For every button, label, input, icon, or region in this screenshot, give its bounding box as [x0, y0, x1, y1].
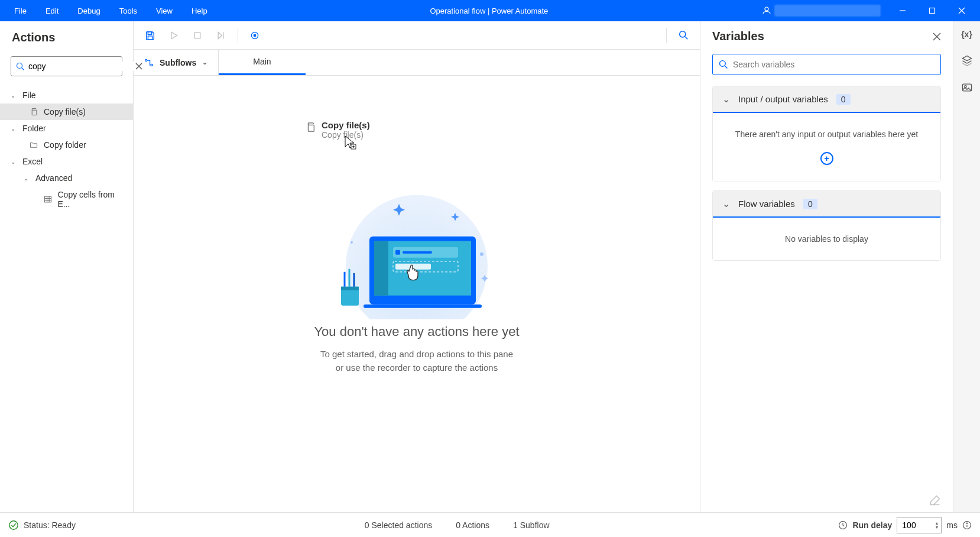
svg-point-44 — [480, 253, 483, 256]
status-ok-icon — [8, 520, 19, 530]
menu-view[interactable]: View — [147, 2, 182, 20]
stop-button[interactable] — [188, 26, 207, 45]
svg-point-21 — [679, 31, 685, 37]
svg-point-48 — [720, 61, 726, 67]
folder-icon — [30, 141, 39, 149]
menu-edit[interactable]: Edit — [36, 2, 68, 20]
flow-count-badge: 0 — [803, 199, 817, 209]
flow-empty-text: No variables to display — [722, 234, 931, 244]
chevron-down-icon: ⌄ — [722, 93, 730, 105]
svg-point-24 — [151, 64, 152, 66]
variables-rail-button[interactable]: {x} — [961, 30, 972, 39]
empty-text: To get started, drag and drop actions to… — [269, 348, 564, 374]
svg-point-23 — [145, 59, 147, 61]
images-rail-button[interactable] — [961, 82, 973, 93]
run-button[interactable] — [164, 26, 183, 45]
variables-search[interactable] — [712, 54, 941, 75]
copy-icon — [305, 122, 316, 132]
empty-illustration — [316, 183, 517, 319]
search-flow-button[interactable] — [674, 26, 693, 45]
flow-canvas[interactable]: Copy file(s) Copy file(s) — [134, 76, 700, 512]
svg-rect-38 — [364, 305, 482, 308]
chevron-down-icon: ⌄ — [11, 125, 18, 132]
svg-point-57 — [966, 523, 967, 523]
io-empty-text: There aren't any input or output variabl… — [722, 130, 931, 139]
tree-node-advanced[interactable]: ⌄Advanced — [0, 170, 133, 186]
step-button[interactable] — [212, 26, 231, 45]
svg-rect-15 — [148, 31, 151, 34]
svg-rect-10 — [44, 196, 51, 202]
tree-node-folder[interactable]: ⌄Folder — [0, 120, 133, 137]
svg-rect-35 — [403, 251, 432, 254]
actions-search[interactable] — [11, 56, 122, 76]
variables-search-input[interactable] — [728, 60, 934, 69]
copy-icon — [30, 108, 39, 116]
subflows-dropdown[interactable]: Subflows ⌄ — [134, 50, 219, 75]
account-icon[interactable] — [761, 5, 772, 16]
tree-node-copy-cells[interactable]: Copy cells from E... — [0, 186, 133, 212]
search-icon — [16, 62, 25, 71]
actions-title: Actions — [12, 31, 121, 44]
tab-main[interactable]: Main — [219, 50, 305, 75]
svg-point-0 — [765, 7, 768, 11]
window-title: Operational flow | Power Automate — [217, 7, 761, 15]
subflow-icon — [144, 58, 154, 67]
menu-help[interactable]: Help — [182, 2, 217, 20]
save-button[interactable] — [141, 26, 160, 45]
run-delay-label: Run delay — [852, 520, 892, 530]
run-delay-input[interactable]: ▲▼ — [897, 517, 942, 533]
svg-line-6 — [22, 67, 24, 70]
tree-node-copy-files[interactable]: Copy file(s) — [0, 103, 133, 120]
svg-point-53 — [9, 520, 18, 529]
subflows-count: 1 Subflow — [513, 520, 549, 530]
excel-icon — [44, 195, 53, 203]
status-bar: Status: Ready 0 Selected actions 0 Actio… — [0, 512, 980, 537]
selected-actions-count: 0 Selected actions — [365, 520, 432, 530]
svg-rect-2 — [930, 8, 935, 14]
io-variables-section: ⌄ Input / output variables 0 There aren'… — [712, 86, 941, 182]
delay-spinner[interactable]: ▲▼ — [934, 521, 939, 529]
svg-line-49 — [725, 66, 727, 68]
minimize-button[interactable] — [889, 0, 916, 21]
chevron-down-icon: ⌄ — [24, 175, 31, 182]
svg-line-22 — [685, 37, 687, 39]
title-bar: File Edit Debug Tools View Help Operatio… — [0, 0, 980, 21]
menu-debug[interactable]: Debug — [68, 2, 109, 20]
tree-node-excel[interactable]: ⌄Excel — [0, 153, 133, 170]
run-delay-field[interactable] — [902, 520, 926, 530]
account-label — [774, 5, 881, 17]
close-button[interactable] — [948, 0, 975, 21]
menu-file[interactable]: File — [5, 2, 36, 20]
right-rail: {x} — [953, 21, 980, 512]
svg-rect-32 — [374, 241, 388, 296]
info-icon[interactable] — [962, 520, 972, 530]
designer-toolbar — [134, 21, 700, 50]
add-io-variable-button[interactable]: + — [820, 152, 833, 165]
status-text: Status: Ready — [24, 520, 76, 530]
tree-node-copy-folder[interactable]: Copy folder — [0, 137, 133, 153]
chevron-down-icon: ⌄ — [11, 92, 18, 99]
svg-point-20 — [254, 34, 257, 37]
svg-rect-40 — [341, 287, 359, 290]
actions-tree: ⌄File Copy file(s) ⌄Folder Copy folder ⌄… — [0, 82, 133, 217]
record-button[interactable] — [245, 26, 264, 45]
tree-node-file[interactable]: ⌄File — [0, 87, 133, 103]
menu-tools[interactable]: Tools — [110, 2, 147, 20]
svg-rect-25 — [308, 125, 314, 131]
drag-ghost: Copy file(s) Copy file(s) — [305, 120, 370, 140]
actions-panel: Actions ⌄File Copy file(s) ⌄Folder Copy … — [0, 21, 134, 512]
chevron-down-icon: ⌄ — [11, 158, 18, 165]
clear-variables-button[interactable] — [929, 494, 941, 506]
actions-count: 0 Actions — [456, 520, 489, 530]
io-variables-header[interactable]: ⌄ Input / output variables 0 — [713, 86, 940, 113]
ui-elements-rail-button[interactable] — [961, 54, 973, 66]
tabs-row: Subflows ⌄ Main — [134, 50, 700, 76]
maximize-button[interactable] — [919, 0, 946, 21]
actions-search-input[interactable] — [25, 62, 135, 71]
close-variables-button[interactable] — [933, 33, 941, 41]
chevron-down-icon: ⌄ — [722, 198, 730, 209]
svg-rect-26 — [351, 144, 356, 149]
variables-title: Variables — [712, 30, 933, 43]
flow-variables-header[interactable]: ⌄ Flow variables 0 — [713, 191, 940, 218]
variables-panel: Variables ⌄ Input / output variables 0 T… — [700, 21, 953, 512]
